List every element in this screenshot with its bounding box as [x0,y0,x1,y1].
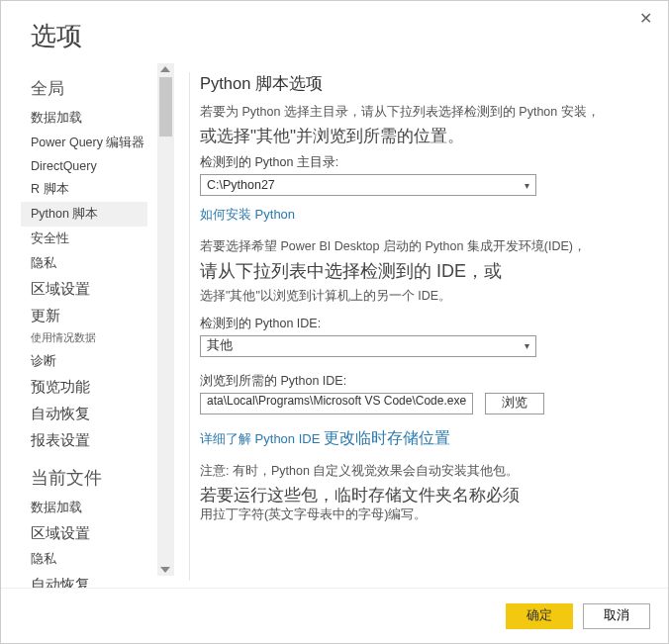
sidebar-item-auto-recover[interactable]: 自动恢复 [21,401,147,427]
content-panel: Python 脚本选项 若要为 Python 选择主目录，请从下拉列表选择检测到… [174,63,668,576]
ide-label: 检测到的 Python IDE: [200,316,650,332]
ide-help-1: 若要选择希望 Power BI Desktop 启动的 Python 集成开发环… [200,237,650,256]
home-dir-label: 检测到的 Python 主目录: [200,154,650,171]
ok-button[interactable]: 确定 [506,603,573,629]
ide-value: 其他 [207,337,233,354]
chevron-down-icon: ▾ [525,340,529,351]
ide-learn-link[interactable]: 详细了解 Python IDE [200,430,320,448]
home-dir-value: C:\Python27 [207,178,275,192]
divider [189,72,190,581]
dialog-title: 选项 [1,1,668,63]
temp-big: 若要运行这些包，临时存储文件夹名称必须 [200,483,650,508]
browse-button[interactable]: 浏览 [485,393,544,414]
sidebar: 全局 数据加载 Power Query 编辑器 DirectQuery R 脚本… [1,63,174,576]
temp-storage-link[interactable]: 更改临时存储位置 [324,428,450,449]
sidebar-item-diagnostics[interactable]: 诊断 [21,349,147,374]
install-python-link[interactable]: 如何安装 Python [200,206,295,224]
ide-path-input[interactable]: ata\Local\Programs\Microsoft VS Code\Cod… [200,393,473,414]
dialog-footer: 确定 取消 [1,588,668,643]
sidebar-item-regional[interactable]: 区域设置 [21,276,147,303]
temp-small: 用拉丁字符(英文字母表中的字母)编写。 [200,506,650,524]
sidebar-item-data-load[interactable]: 数据加载 [21,106,147,131]
sidebar-item-data-load-file[interactable]: 数据加载 [21,496,147,520]
sidebar-item-update[interactable]: 更新 [21,303,147,329]
sidebar-scrollbar[interactable] [157,63,174,576]
sidebar-item-report-settings[interactable]: 报表设置 [21,427,147,454]
sidebar-item-privacy[interactable]: 隐私 [21,251,147,276]
sidebar-item-security[interactable]: 安全性 [21,227,147,251]
cancel-button[interactable]: 取消 [583,603,650,629]
ide-help-2: 请从下拉列表中选择检测到的 IDE，或 [200,258,650,285]
home-help-2: 或选择"其他"并浏览到所需的位置。 [200,124,650,149]
chevron-down-icon: ▾ [525,180,529,191]
home-dir-dropdown[interactable]: C:\Python27 ▾ [200,174,536,196]
sidebar-item-directquery[interactable]: DirectQuery [21,155,147,177]
sidebar-item-pq-editor[interactable]: Power Query 编辑器 [21,131,147,155]
browse-label: 浏览到所需的 Python IDE: [200,373,650,390]
ide-dropdown[interactable]: 其他 ▾ [200,335,536,357]
close-icon[interactable]: ✕ [633,7,658,30]
ide-help-3: 选择"其他"以浏览到计算机上的另一个 IDE。 [200,287,650,306]
home-help-1: 若要为 Python 选择主目录，请从下拉列表选择检测到的 Python 安装， [200,103,650,122]
sidebar-item-regional-file[interactable]: 区域设置 [21,520,147,547]
sidebar-item-r-script[interactable]: R 脚本 [21,177,147,202]
sidebar-item-preview[interactable]: 预览功能 [21,374,147,401]
sidebar-item-usage-data[interactable]: 使用情况数据 [21,329,147,349]
temp-note: 注意: 有时，Python 自定义视觉效果会自动安装其他包。 [200,462,650,481]
sidebar-section-global: 全局 [31,77,174,100]
sidebar-item-python-script[interactable]: Python 脚本 [21,202,147,227]
sidebar-item-privacy-file[interactable]: 隐私 [21,547,147,572]
section-heading: Python 脚本选项 [200,73,650,95]
sidebar-section-current-file: 当前文件 [31,466,174,490]
